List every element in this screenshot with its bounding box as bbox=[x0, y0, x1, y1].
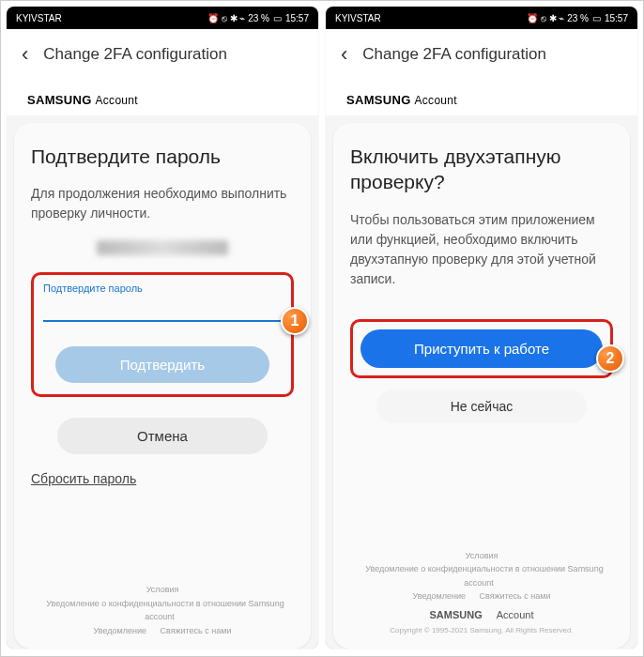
app-header: ‹ Change 2FA configuration bbox=[326, 29, 637, 80]
footer-contact[interactable]: Свяжитесь с нами bbox=[160, 626, 231, 635]
content-card: Подтвердите пароль Для продолжения необх… bbox=[14, 123, 311, 649]
phone-right: KYIVSTAR ⏰ ⎋ ✱ ⌁ 23 % ▭ 15:57 ‹ Change 2… bbox=[326, 7, 637, 649]
status-bar: KYIVSTAR ⏰ ⎋ ✱ ⌁ 23 % ▭ 15:57 bbox=[326, 7, 637, 29]
header-title: Change 2FA configuration bbox=[43, 45, 227, 64]
header-title: Change 2FA configuration bbox=[362, 45, 546, 64]
brand-row: SAMSUNG Account bbox=[326, 80, 637, 115]
blurred-email bbox=[97, 240, 228, 255]
annotation-badge-2: 2 bbox=[596, 344, 624, 373]
annotation-badge-1: 1 bbox=[281, 307, 309, 335]
card-description: Чтобы пользоваться этим приложением или … bbox=[350, 210, 613, 289]
back-icon[interactable]: ‹ bbox=[22, 42, 28, 67]
battery-icon: ▭ bbox=[273, 13, 282, 23]
phone-left: KYIVSTAR ⏰ ⎋ ✱ ⌁ 23 % ▭ 15:57 ‹ Change 2… bbox=[7, 7, 318, 649]
footer-privacy[interactable]: Уведомление о конфиденциальности в отнош… bbox=[46, 599, 284, 621]
reset-password-link[interactable]: Сбросить пароль bbox=[31, 471, 294, 486]
not-now-button[interactable]: Не сейчас bbox=[376, 390, 587, 423]
brand-row: SAMSUNG Account bbox=[7, 80, 318, 115]
start-highlight-box: Приступить к работе bbox=[350, 319, 613, 378]
footer-terms[interactable]: Условия bbox=[146, 585, 179, 594]
status-icons: ⏰ ⎋ ✱ ⌁ 23 % bbox=[207, 13, 269, 23]
footer-brand: SAMSUNG Account bbox=[350, 607, 613, 624]
footer-links: Условия Уведомление о конфиденциальности… bbox=[31, 570, 294, 637]
status-right: ⏰ ⎋ ✱ ⌁ 23 % ▭ 15:57 bbox=[527, 13, 628, 23]
footer-privacy[interactable]: Уведомление о конфиденциальности в отнош… bbox=[365, 564, 603, 587]
app-header: ‹ Change 2FA configuration bbox=[7, 29, 318, 80]
content-card: Включить двухэтапную проверку? Чтобы пол… bbox=[333, 123, 630, 649]
samsung-account-logo: SAMSUNG Account bbox=[27, 93, 138, 107]
password-label: Подтвердите пароль bbox=[43, 283, 282, 294]
footer-terms[interactable]: Условия bbox=[466, 551, 498, 560]
confirm-button[interactable]: Подтвердить bbox=[55, 346, 270, 383]
footer-contact[interactable]: Свяжитесь с нами bbox=[479, 591, 550, 601]
card-description: Для продолжения необходимо выполнить про… bbox=[31, 184, 294, 223]
cancel-button[interactable]: Отмена bbox=[57, 418, 268, 454]
status-icons: ⏰ ⎋ ✱ ⌁ 23 % bbox=[527, 13, 589, 23]
footer-links: Условия Уведомление о конфиденциальности… bbox=[350, 536, 613, 637]
password-highlight-box: Подтвердите пароль Подтвердить bbox=[31, 272, 294, 397]
status-carrier: KYIVSTAR bbox=[335, 13, 381, 23]
battery-icon: ▭ bbox=[592, 13, 601, 23]
card-title: Включить двухэтапную проверку? bbox=[350, 144, 613, 195]
back-icon[interactable]: ‹ bbox=[341, 42, 347, 67]
status-bar: KYIVSTAR ⏰ ⎋ ✱ ⌁ 23 % ▭ 15:57 bbox=[7, 7, 318, 29]
password-input[interactable] bbox=[43, 298, 282, 322]
footer-notice[interactable]: Уведомление bbox=[94, 626, 146, 635]
samsung-account-logo: SAMSUNG Account bbox=[346, 93, 457, 107]
status-right: ⏰ ⎋ ✱ ⌁ 23 % ▭ 15:57 bbox=[207, 13, 309, 23]
start-button[interactable]: Приступить к работе bbox=[360, 329, 603, 368]
status-carrier: KYIVSTAR bbox=[16, 13, 62, 23]
status-time: 15:57 bbox=[285, 13, 309, 23]
footer-copyright: Copyright © 1995-2021 Samsung. All Right… bbox=[350, 625, 613, 637]
card-title: Подтвердите пароль bbox=[31, 144, 294, 169]
status-time: 15:57 bbox=[605, 13, 628, 23]
footer-notice[interactable]: Уведомление bbox=[413, 591, 466, 601]
